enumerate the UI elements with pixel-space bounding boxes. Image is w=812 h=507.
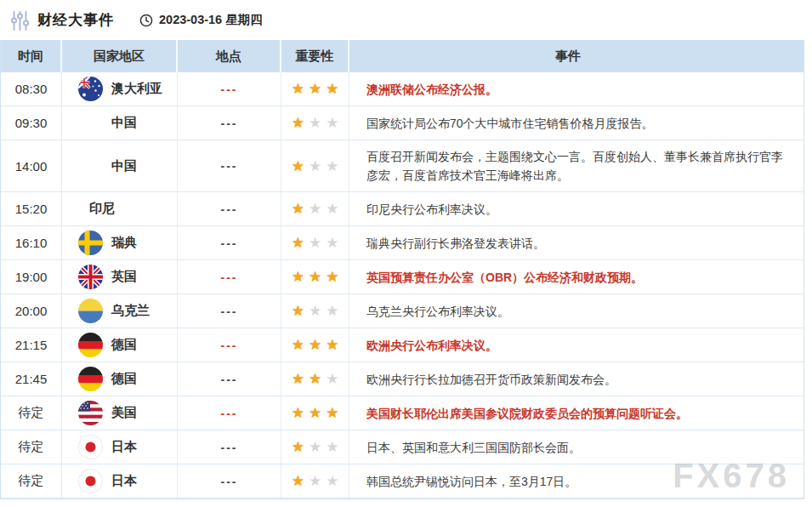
location-value: ---: [221, 407, 238, 420]
event-text: 澳洲联储公布经济公报。: [366, 80, 497, 99]
flag-usa-icon: [78, 401, 103, 425]
country-cell: 日本: [62, 430, 178, 464]
time-cell: 20:00: [1, 294, 62, 328]
country-cell: 德国: [62, 362, 178, 396]
location-cell: ---: [178, 226, 281, 259]
star-icon: ★: [326, 440, 338, 454]
country-name: 乌克兰: [111, 303, 150, 319]
event-cell: 澳洲联储公布经济公报。: [349, 72, 803, 105]
event-cell: 瑞典央行副行长弗洛登发表讲话。: [349, 226, 803, 259]
importance-cell: ★★★: [281, 226, 349, 259]
time-cell: 21:15: [1, 328, 62, 362]
location-value: ---: [221, 271, 238, 284]
star-icon: ★: [309, 372, 321, 386]
location-cell: ---: [178, 396, 281, 430]
event-text: 百度召开新闻发布会，主题围绕文心一言。百度创始人、董事长兼首席执行官李彦宏，百度…: [366, 147, 786, 185]
event-text: 日本、英国和意大利三国国防部长会面。: [366, 438, 581, 457]
country-cell: 中国: [62, 140, 178, 191]
location-value: ---: [221, 202, 238, 216]
country-name: 中国: [111, 158, 137, 174]
location-value: ---: [221, 236, 238, 250]
table-row: 待定 美国---★★★美国财长耶伦出席美国参议院财政委员会的预算问题听证会。: [1, 396, 803, 430]
importance-cell: ★★★: [281, 362, 349, 396]
country-cell: 瑞典: [62, 226, 178, 259]
date-label: 2023-03-16 星期四: [159, 12, 263, 28]
star-icon: ★: [292, 338, 304, 352]
event-text: 国家统计局公布70个大中城市住宅销售价格月度报告。: [366, 114, 654, 133]
star-icon: ★: [326, 338, 338, 352]
location-value: ---: [221, 475, 238, 488]
country-cell: 英国: [62, 260, 178, 293]
star-icon: ★: [326, 304, 338, 318]
time-cell: 14:00: [1, 140, 62, 191]
star-icon: ★: [292, 406, 304, 420]
table-row: 21:45 德国---★★★欧洲央行行长拉加德召开货币政策新闻发布会。: [1, 362, 803, 396]
star-icon: ★: [309, 116, 321, 130]
location-value: ---: [221, 305, 238, 318]
time-cell: 15:20: [1, 192, 62, 225]
column-header: 时间: [1, 40, 62, 72]
location-cell: ---: [178, 430, 281, 464]
page-title: 财经大事件: [37, 10, 114, 30]
star-icon: ★: [292, 159, 304, 174]
star-icon: ★: [309, 338, 321, 352]
country-cell: 日本: [62, 464, 178, 498]
event-cell: 美国财长耶伦出席美国参议院财政委员会的预算问题听证会。: [349, 396, 803, 430]
star-icon: ★: [309, 159, 321, 174]
event-text: 欧洲央行公布利率决议。: [366, 336, 497, 355]
flag-japan-icon: [78, 435, 103, 459]
column-header: 国家地区: [62, 40, 178, 72]
flag-germany-icon: [78, 367, 103, 391]
country-cell: 乌克兰: [62, 294, 178, 328]
table-row: 待定 日本---★★★韩国总统尹锡悦访问日本，至3月17日。: [1, 464, 803, 498]
flag-uk-icon: [78, 265, 103, 289]
flag-sweden-icon: [78, 231, 103, 255]
star-icon: ★: [326, 372, 338, 386]
importance-cell: ★★★: [281, 106, 349, 140]
table-row: 16:10 瑞典---★★★瑞典央行副行长弗洛登发表讲话。: [1, 226, 803, 260]
country-name: 日本: [111, 473, 137, 489]
location-cell: ---: [178, 294, 281, 328]
country-name: 印尼: [89, 201, 115, 217]
table-body: 08:30 澳大利亚---★★★澳洲联储公布经济公报。09:30中国---★★★…: [1, 72, 803, 498]
star-icon: ★: [292, 236, 304, 250]
column-header: 地点: [178, 40, 281, 72]
table-row: 21:15 德国---★★★欧洲央行公布利率决议。: [1, 328, 803, 362]
event-cell: 欧洲央行公布利率决议。: [349, 328, 803, 362]
event-cell: 乌克兰央行公布利率决议。: [349, 294, 803, 328]
star-icon: ★: [309, 440, 321, 454]
star-icon: ★: [292, 202, 304, 216]
star-icon: ★: [309, 270, 321, 284]
star-icon: ★: [326, 474, 338, 488]
importance-cell: ★★★: [281, 328, 349, 362]
star-icon: ★: [326, 116, 338, 130]
importance-cell: ★★★: [281, 464, 349, 498]
event-text: 英国预算责任办公室（OBR）公布经济和财政预期。: [366, 268, 643, 287]
financial-events-page: 财经大事件 2023-03-16 星期四 时间国家地区地点重要性事件 08:30…: [0, 0, 812, 507]
events-table: 时间国家地区地点重要性事件 08:30 澳大利亚---★★★澳洲联储公布经济公报…: [0, 40, 804, 499]
event-text: 瑞典央行副行长弗洛登发表讲话。: [366, 234, 545, 253]
country-cell: 中国: [62, 106, 178, 140]
location-cell: ---: [178, 464, 281, 498]
star-icon: ★: [292, 474, 304, 488]
star-icon: ★: [326, 270, 338, 284]
country-name: 日本: [111, 439, 137, 455]
location-value: ---: [221, 117, 238, 130]
star-icon: ★: [309, 304, 321, 318]
time-cell: 19:00: [1, 260, 62, 293]
star-icon: ★: [292, 372, 304, 386]
flag-australia-icon: [78, 77, 103, 101]
table-row: 09:30中国---★★★国家统计局公布70个大中城市住宅销售价格月度报告。: [1, 106, 803, 140]
event-cell: 印尼央行公布利率决议。: [349, 192, 803, 225]
table-row: 14:00中国---★★★百度召开新闻发布会，主题围绕文心一言。百度创始人、董事…: [1, 140, 803, 192]
event-text: 印尼央行公布利率决议。: [366, 200, 497, 219]
country-cell: 印尼: [62, 192, 178, 225]
country-name: 德国: [111, 371, 137, 387]
location-value: ---: [221, 441, 238, 454]
star-icon: ★: [309, 82, 321, 96]
country-name: 美国: [111, 405, 137, 421]
sliders-icon: [10, 10, 30, 31]
event-text: 韩国总统尹锡悦访问日本，至3月17日。: [366, 472, 576, 491]
event-cell: 百度召开新闻发布会，主题围绕文心一言。百度创始人、董事长兼首席执行官李彦宏，百度…: [349, 140, 803, 191]
country-name: 瑞典: [111, 235, 137, 251]
